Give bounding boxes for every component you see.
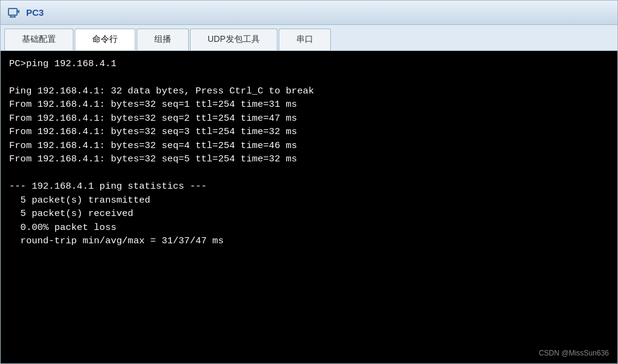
tab-command-line[interactable]: 命令行 bbox=[75, 29, 135, 50]
terminal-line-9: --- 192.168.4.1 ping statistics --- bbox=[9, 180, 609, 193]
tab-multicast[interactable]: 组播 bbox=[137, 29, 189, 50]
terminal-line-8 bbox=[9, 166, 609, 180]
terminal-line-5: From 192.168.4.1: bytes=32 seq=3 ttl=254… bbox=[9, 125, 609, 138]
tab-udp-tool[interactable]: UDP发包工具 bbox=[190, 29, 277, 50]
window-title: PC3 bbox=[26, 7, 44, 18]
terminal-line-13: round-trip min/avg/max = 31/37/47 ms bbox=[9, 234, 609, 248]
title-bar: PC3 bbox=[1, 1, 617, 25]
terminal-line-2: Ping 192.168.4.1: 32 data bytes, Press C… bbox=[9, 84, 609, 98]
terminal-line-1 bbox=[9, 70, 609, 84]
window-icon bbox=[7, 5, 21, 20]
terminal-line-4: From 192.168.4.1: bytes=32 seq=2 ttl=254… bbox=[9, 112, 609, 125]
terminal-line-10: 5 packet(s) transmitted bbox=[9, 194, 609, 207]
main-window: PC3 基础配置 命令行 组播 UDP发包工具 串口 PC>ping 192.1… bbox=[0, 0, 618, 364]
terminal-line-7: From 192.168.4.1: bytes=32 seq=5 ttl=254… bbox=[9, 152, 609, 166]
tab-basic-config[interactable]: 基础配置 bbox=[4, 29, 73, 50]
terminal-line-11: 5 packet(s) received bbox=[9, 207, 609, 220]
terminal-line-0: PC>ping 192.168.4.1 bbox=[9, 57, 609, 70]
tab-bar: 基础配置 命令行 组播 UDP发包工具 串口 bbox=[1, 25, 617, 51]
tab-serial-port[interactable]: 串口 bbox=[279, 29, 331, 50]
svg-rect-0 bbox=[8, 8, 17, 15]
terminal-area[interactable]: PC>ping 192.168.4.1 Ping 192.168.4.1: 32… bbox=[1, 51, 617, 363]
terminal-line-12: 0.00% packet loss bbox=[9, 221, 609, 234]
watermark: CSDN @MissSun636 bbox=[538, 349, 609, 357]
terminal-line-6: From 192.168.4.1: bytes=32 seq=4 ttl=254… bbox=[9, 139, 609, 152]
terminal-line-3: From 192.168.4.1: bytes=32 seq=1 ttl=254… bbox=[9, 98, 609, 111]
